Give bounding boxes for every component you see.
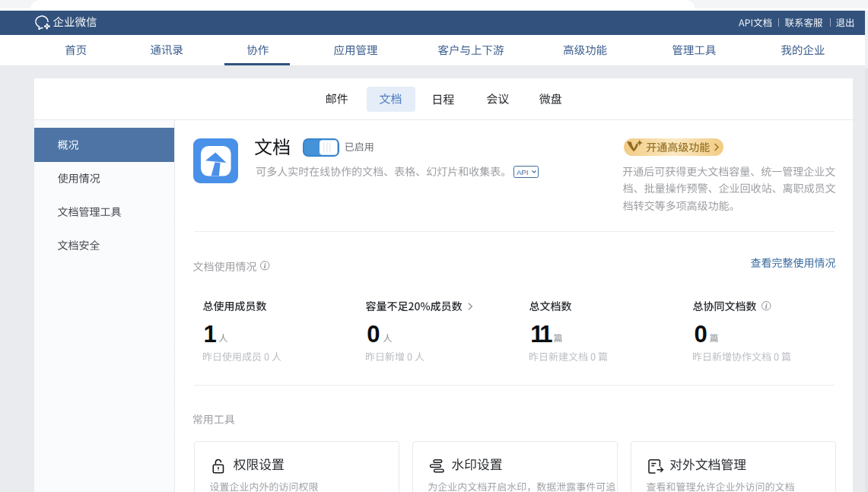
svg-text:API: API [517,168,528,176]
